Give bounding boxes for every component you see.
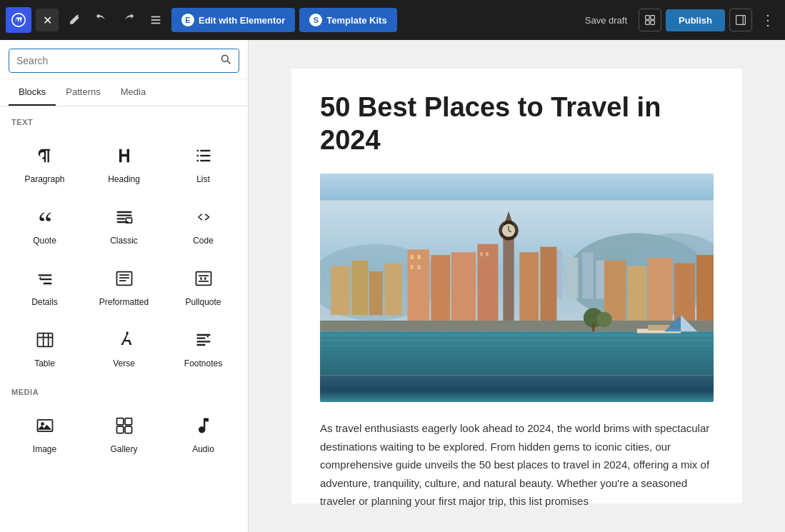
post-body-text: As travel enthusiasts eagerly look ahead… (320, 419, 714, 511)
svg-rect-14 (200, 155, 210, 156)
svg-rect-49 (331, 266, 350, 316)
redo-button[interactable] (117, 9, 140, 31)
block-classic[interactable]: Classic (85, 194, 163, 254)
blocks-content: TEXT Paragraph Heading (0, 106, 248, 532)
template-kits-button[interactable]: S Template Kits (299, 8, 396, 32)
block-pullquote[interactable]: Pullquote (164, 255, 242, 315)
top-bar: ✕ E Edit with Elementor S Template Kits … (0, 0, 785, 40)
block-image[interactable]: Image (6, 402, 84, 462)
tab-patterns[interactable]: Patterns (56, 79, 110, 106)
svg-rect-78 (592, 323, 594, 331)
svg-rect-16 (200, 160, 210, 161)
sidebar-toggle-button[interactable] (729, 9, 752, 31)
svg-line-10 (227, 61, 230, 64)
audio-icon (191, 413, 216, 438)
svg-rect-64 (648, 258, 672, 321)
list-view-button[interactable] (144, 9, 167, 31)
svg-rect-81 (410, 265, 414, 269)
svg-rect-15 (196, 160, 198, 161)
search-input[interactable] (16, 55, 214, 66)
svg-rect-28 (199, 281, 209, 282)
block-code[interactable]: Code (164, 194, 242, 254)
block-list[interactable]: List (164, 132, 242, 192)
paragraph-label: Paragraph (24, 174, 64, 184)
edit-elementor-button[interactable]: E Edit with Elementor (171, 8, 295, 32)
content-area: 50 Best Places to Travel in 2024 (249, 40, 785, 532)
audio-label: Audio (192, 444, 214, 454)
block-table[interactable]: Table (6, 316, 84, 376)
svg-rect-68 (320, 331, 714, 375)
publish-button[interactable]: Publish (666, 9, 725, 31)
wp-logo[interactable] (6, 7, 31, 33)
svg-rect-70 (320, 340, 714, 341)
svg-rect-71 (320, 346, 714, 347)
details-label: Details (31, 297, 58, 307)
verse-label: Verse (113, 358, 135, 368)
post-title[interactable]: 50 Best Places to Travel in 2024 (320, 91, 714, 156)
block-quote[interactable]: Quote (6, 194, 84, 254)
svg-rect-37 (125, 418, 131, 425)
footnotes-icon (191, 327, 216, 353)
svg-rect-62 (604, 261, 626, 321)
svg-rect-47 (582, 252, 593, 298)
svg-rect-26 (196, 272, 211, 286)
svg-rect-24 (119, 277, 129, 278)
undo-button[interactable] (90, 9, 113, 31)
search-input-wrap[interactable] (9, 49, 239, 73)
svg-point-77 (596, 312, 611, 327)
block-gallery[interactable]: Gallery (85, 402, 163, 462)
svg-rect-82 (417, 265, 421, 269)
svg-point-33 (206, 336, 208, 337)
svg-rect-50 (351, 261, 368, 316)
table-label: Table (34, 358, 55, 368)
draw-icon-button[interactable] (63, 9, 86, 31)
preformatted-icon (111, 266, 137, 291)
block-preformatted[interactable]: Preformatted (85, 255, 163, 315)
svg-rect-2 (151, 23, 161, 24)
block-heading[interactable]: Heading (85, 132, 163, 192)
block-paragraph[interactable]: Paragraph (6, 132, 84, 192)
svg-rect-79 (410, 255, 414, 259)
svg-rect-11 (196, 150, 198, 151)
paragraph-icon (32, 143, 58, 169)
elementor-icon: E (181, 14, 194, 26)
svg-rect-65 (674, 264, 695, 321)
code-icon (191, 204, 216, 230)
details-icon (32, 266, 58, 291)
svg-rect-69 (320, 334, 714, 336)
block-footnotes[interactable]: Footnotes (164, 316, 242, 376)
svg-rect-60 (519, 252, 539, 321)
table-icon (32, 327, 58, 353)
svg-rect-55 (451, 252, 476, 321)
block-verse[interactable]: Verse (85, 316, 163, 376)
save-draft-button[interactable]: Save draft (578, 11, 634, 30)
view-button[interactable] (639, 9, 661, 31)
more-options-button[interactable]: ⋮ (756, 9, 779, 31)
close-button[interactable]: ✕ (36, 9, 59, 31)
svg-rect-39 (125, 426, 131, 433)
post-image (320, 174, 714, 402)
text-blocks-grid: Paragraph Heading List (0, 132, 248, 376)
footnotes-label: Footnotes (184, 358, 222, 368)
tab-media[interactable]: Media (111, 79, 156, 106)
svg-rect-17 (116, 211, 131, 213)
block-details[interactable]: Details (6, 255, 84, 315)
svg-rect-54 (431, 255, 450, 321)
svg-rect-7 (736, 16, 746, 25)
tab-blocks[interactable]: Blocks (9, 79, 56, 106)
verse-icon (111, 327, 137, 353)
search-bar (0, 40, 248, 79)
block-audio[interactable]: Audio (164, 402, 242, 462)
svg-rect-5 (646, 21, 650, 25)
svg-rect-38 (116, 426, 123, 433)
svg-rect-51 (369, 271, 383, 315)
svg-rect-23 (119, 274, 129, 276)
left-panel: Blocks Patterns Media TEXT Paragraph H (0, 40, 249, 532)
media-section-label: MEDIA (0, 376, 248, 402)
image-label: Image (33, 444, 56, 454)
code-label: Code (193, 236, 214, 246)
main-area: Blocks Patterns Media TEXT Paragraph H (0, 40, 785, 532)
svg-rect-66 (696, 255, 714, 321)
svg-rect-0 (151, 16, 161, 18)
svg-point-9 (221, 55, 228, 61)
